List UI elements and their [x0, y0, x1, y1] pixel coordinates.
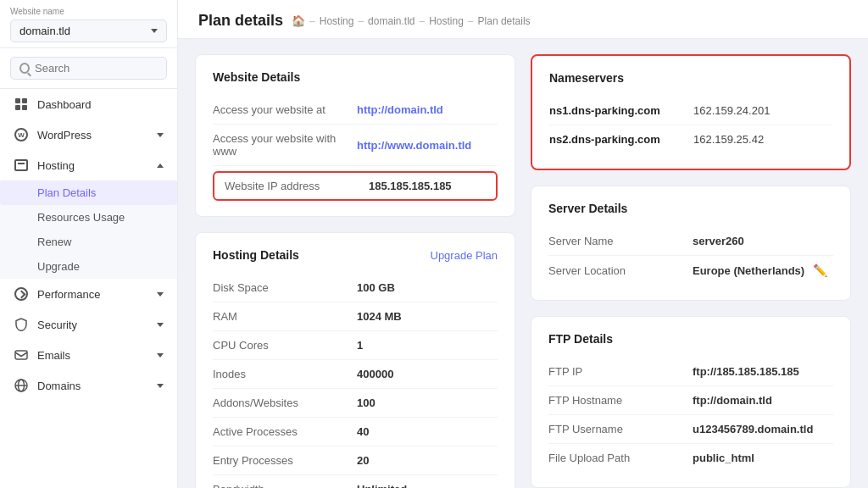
ftp-details-card: FTP Details FTP IP ftp://185.185.185.185…	[531, 316, 851, 488]
server-name-value: server260	[693, 235, 744, 247]
sidebar-item-label: Emails	[37, 349, 70, 362]
ns1-row: ns1.dns-parking.com 162.159.24.201	[549, 97, 832, 125]
server-location-value: Europe (Netherlands)	[693, 264, 804, 277]
sidebar-item-performance[interactable]: Performance	[0, 279, 177, 309]
chevron-right-icon	[157, 353, 164, 358]
server-location-row: Server Location Europe (Netherlands) ✏️	[548, 256, 833, 285]
sidebar-item-label: Domains	[37, 380, 81, 392]
breadcrumb-sep: –	[309, 15, 315, 27]
wordpress-icon: W	[14, 127, 29, 142]
active-processes-label: Active Processes	[213, 425, 357, 438]
svg-rect-0	[15, 351, 27, 359]
col-left: Website Details Access your website at h…	[195, 54, 515, 488]
bandwidth-row: Bandwidth Unlimited	[213, 475, 498, 488]
chevron-right-icon	[157, 292, 164, 297]
hosting-details-title: Hosting Details	[213, 248, 299, 262]
addons-row: Addons/Websites 100	[213, 389, 498, 418]
cpu-value: 1	[357, 339, 363, 352]
ftp-ip-value: ftp://185.185.185.185	[693, 365, 799, 378]
inodes-label: Inodes	[213, 368, 357, 380]
search-icon	[19, 63, 30, 74]
col-right: Nameservers ns1.dns-parking.com 162.159.…	[531, 54, 851, 488]
ftp-username-value: u123456789.domain.tld	[693, 423, 813, 435]
website-www-value: http://www.domain.tld	[357, 139, 471, 152]
sidebar-item-wordpress[interactable]: W WordPress	[0, 119, 177, 150]
server-details-card: Server Details Server Name server260 Ser…	[531, 186, 851, 301]
website-name-section: Website name domain.tld	[0, 0, 177, 48]
ip-highlight-row: Website IP address 185.185.185.185	[213, 171, 498, 201]
search-input[interactable]	[35, 62, 158, 75]
inodes-row: Inodes 400000	[213, 360, 498, 389]
chevron-right-icon	[157, 133, 164, 137]
sidebar-item-security[interactable]: Security	[0, 309, 177, 340]
bandwidth-label: Bandwidth	[213, 483, 357, 488]
server-location-label: Server Location	[548, 264, 693, 277]
sidebar-item-label: WordPress	[37, 129, 92, 141]
ram-label: RAM	[213, 310, 357, 323]
addons-value: 100	[357, 396, 376, 409]
addons-label: Addons/Websites	[213, 396, 357, 409]
website-name-label: Website name	[10, 7, 167, 16]
domains-icon	[14, 378, 29, 393]
breadcrumb-hosting2: Hosting	[429, 15, 464, 27]
website-name-select[interactable]: domain.tld	[10, 19, 167, 42]
cpu-label: CPU Cores	[213, 339, 357, 352]
sidebar-item-label: Security	[37, 319, 77, 331]
breadcrumb-domain: domain.tld	[368, 15, 415, 27]
sidebar-item-hosting[interactable]: Hosting	[0, 150, 177, 180]
website-details-card: Website Details Access your website at h…	[195, 54, 515, 217]
cpu-row: CPU Cores 1	[213, 331, 498, 360]
search-inner[interactable]	[10, 57, 167, 80]
page-title: Plan details	[198, 12, 283, 30]
sidebar-item-dashboard[interactable]: Dashboard	[0, 89, 177, 119]
disk-space-label: Disk Space	[213, 281, 357, 294]
ram-row: RAM 1024 MB	[213, 302, 498, 331]
website-url-row: Access your website at http://domain.tld	[213, 96, 498, 125]
sidebar-item-plan-details[interactable]: Plan Details	[0, 180, 177, 205]
hosting-icon	[14, 158, 29, 173]
ip-value: 185.185.185.185	[369, 180, 452, 192]
ftp-hostname-value: ftp://domain.tld	[693, 394, 772, 407]
sidebar-item-label: Performance	[37, 288, 100, 301]
ftp-details-title: FTP Details	[548, 332, 833, 346]
edit-icon[interactable]: ✏️	[813, 263, 827, 277]
ns1-ip: 162.159.24.201	[693, 104, 770, 117]
server-details-title: Server Details	[548, 202, 833, 215]
hosting-details-header: Hosting Details Upgrade Plan	[213, 248, 498, 262]
disk-space-row: Disk Space 100 GB	[213, 274, 498, 302]
security-icon	[14, 317, 29, 332]
ftp-ip-label: FTP IP	[548, 365, 693, 378]
content-area: Website Details Access your website at h…	[178, 39, 868, 488]
website-www-link[interactable]: http://www.domain.tld	[357, 139, 471, 152]
disk-space-value: 100 GB	[357, 281, 395, 294]
upgrade-plan-link[interactable]: Upgrade Plan	[431, 249, 498, 262]
website-url-label: Access your website at	[213, 103, 357, 116]
sidebar-item-domains[interactable]: Domains	[0, 370, 177, 401]
website-url-link[interactable]: http://domain.tld	[357, 103, 443, 116]
website-www-row: Access your website with www http://www.…	[213, 125, 498, 166]
main-content: Plan details 🏠 – Hosting – domain.tld – …	[178, 0, 868, 488]
emails-icon	[14, 347, 29, 363]
ftp-ip-row: FTP IP ftp://185.185.185.185	[548, 358, 833, 386]
page-header: Plan details 🏠 – Hosting – domain.tld – …	[178, 0, 868, 39]
search-box	[0, 48, 177, 89]
chevron-down-icon	[151, 29, 158, 33]
performance-icon	[14, 286, 29, 302]
website-details-title: Website Details	[213, 70, 498, 84]
chevron-right-icon	[157, 323, 164, 327]
ns2-row: ns2.dns-parking.com 162.159.25.42	[549, 125, 832, 153]
ns2-name: ns2.dns-parking.com	[549, 133, 693, 146]
file-upload-label: File Upload Path	[548, 452, 693, 464]
website-name-value: domain.tld	[19, 25, 70, 37]
sidebar-item-upgrade[interactable]: Upgrade	[0, 254, 177, 279]
sidebar: Website name domain.tld Dashboard W Word…	[0, 0, 178, 488]
breadcrumb: 🏠 – Hosting – domain.tld – Hosting – Pla…	[292, 14, 531, 27]
home-icon: 🏠	[292, 14, 305, 27]
entry-processes-row: Entry Processes 20	[213, 446, 498, 475]
file-upload-row: File Upload Path public_html	[548, 444, 833, 472]
sidebar-item-renew[interactable]: Renew	[0, 230, 177, 254]
entry-processes-value: 20	[357, 454, 369, 467]
sidebar-item-resources-usage[interactable]: Resources Usage	[0, 205, 177, 230]
ftp-hostname-label: FTP Hostname	[548, 394, 693, 407]
sidebar-item-emails[interactable]: Emails	[0, 340, 177, 370]
